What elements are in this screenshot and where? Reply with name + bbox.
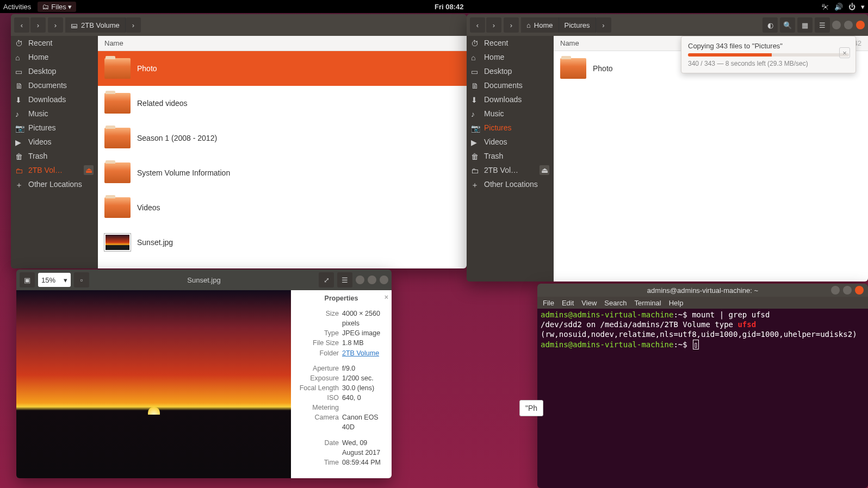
minimize-button[interactable] [831, 286, 840, 295]
sidebar-item-label: Desktop [28, 67, 56, 76]
image-viewer-window: ▣ 15% ▾ ▫ Sunset.jpg ⤢ ☰ Properties × Si… [16, 270, 392, 478]
property-value: Wed, 09 August 2017 [342, 438, 387, 458]
path-segment-pictures[interactable]: Pictures [559, 17, 596, 33]
property-label: File Size [295, 338, 339, 348]
folder-icon [104, 93, 131, 114]
maximize-button[interactable] [843, 286, 852, 295]
file-row[interactable]: Videos [98, 190, 467, 225]
fullscreen-button[interactable]: ⤢ [319, 272, 334, 287]
sidebar-item-music[interactable]: ♪Music [11, 107, 98, 121]
sidebar-item-trash[interactable]: 🗑Trash [467, 149, 554, 163]
maximize-button[interactable] [844, 21, 853, 29]
close-icon[interactable]: × [839, 47, 850, 58]
property-value[interactable]: 2TB Volume [342, 348, 387, 358]
path-home-label: Home [534, 21, 553, 29]
home-icon: ⌂ [526, 21, 531, 29]
sidebar-item-other-locations[interactable]: ＋Other Locations [467, 177, 554, 191]
sidebar-item-documents[interactable]: 🗎Documents [11, 78, 98, 92]
sidebar-item-2tb-vol-[interactable]: 🗀2TB Vol…⏏ [11, 163, 98, 177]
path-segment-volume[interactable]: 🖴 2TB Volume [65, 17, 126, 33]
chevron-down-icon[interactable]: ▾ [861, 3, 865, 11]
search-button[interactable]: 🔍 [780, 17, 795, 33]
sidebar-item-label: Recent [28, 39, 52, 47]
minimize-button[interactable] [356, 276, 364, 284]
file-row[interactable]: Photo [98, 51, 467, 86]
forward-button[interactable]: › [30, 17, 46, 33]
sidebar-item-recent[interactable]: ⏱Recent [467, 36, 554, 50]
close-button[interactable] [380, 276, 388, 284]
close-icon[interactable]: × [385, 293, 388, 301]
view-toggle-button[interactable]: ▦ [797, 17, 813, 33]
sidebar-item-downloads[interactable]: ⬇Downloads [467, 92, 554, 107]
column-name-label: Name [104, 39, 123, 47]
sidebar-item-recent[interactable]: ⏱Recent [11, 36, 98, 50]
file-row[interactable]: Sunset.jpg [98, 225, 467, 260]
zoom-selector[interactable]: 15% ▾ [38, 273, 71, 287]
menu-file[interactable]: File [543, 299, 554, 307]
close-button[interactable] [855, 286, 864, 295]
image-canvas[interactable] [16, 290, 291, 478]
trash-icon: 🗑 [471, 152, 479, 160]
dark-toggle-button[interactable]: ◐ [762, 17, 778, 33]
pictures-icon: 📷 [15, 124, 23, 132]
back-button[interactable]: ‹ [14, 17, 29, 33]
menu-view[interactable]: View [581, 299, 597, 307]
sidebar-item-videos[interactable]: ▶Videos [11, 135, 98, 149]
column-header[interactable]: Name [98, 36, 467, 51]
terminal-line: admins@admins-virtual-machine:~$ mount |… [541, 310, 865, 320]
path-chevron[interactable]: › [48, 17, 63, 33]
sidebar-item-label: Downloads [484, 95, 522, 104]
menu-help[interactable]: Help [669, 299, 684, 307]
activities-button[interactable]: Activities [3, 3, 31, 11]
path-chevron[interactable]: › [596, 17, 611, 33]
zoom-out-button[interactable]: ▫ [74, 272, 89, 287]
properties-title: Properties [325, 295, 358, 302]
network-icon[interactable]: ⏧ [822, 3, 829, 11]
eject-icon[interactable]: ⏏ [84, 165, 94, 175]
sidebar-item-downloads[interactable]: ⬇Downloads [11, 92, 98, 107]
menu-edit[interactable]: Edit [562, 299, 574, 307]
sidebar-item-other-locations[interactable]: ＋Other Locations [11, 177, 98, 191]
fit-button[interactable]: ▣ [20, 272, 35, 287]
minimize-button[interactable] [832, 21, 841, 29]
sidebar-item-trash[interactable]: 🗑Trash [11, 149, 98, 163]
sidebar-item-label: Downloads [28, 95, 66, 104]
eject-icon[interactable]: ⏏ [540, 165, 549, 175]
maximize-button[interactable] [368, 276, 376, 284]
forward-button[interactable]: › [486, 17, 501, 33]
path-chevron[interactable]: › [126, 17, 141, 33]
path-segment-home[interactable]: ⌂ Home [521, 17, 559, 33]
file-row[interactable]: Related videos [98, 86, 467, 121]
sidebar-item-documents[interactable]: 🗎Documents [467, 78, 554, 92]
power-icon[interactable]: ⏻ [848, 3, 855, 11]
clock[interactable]: Fri 08:42 [76, 3, 822, 11]
terminal-title: admins@admins-virtual-machine: ~ [647, 286, 758, 295]
chevron-down-icon: ▾ [64, 276, 67, 284]
property-row: DateWed, 09 August 2017 [295, 438, 387, 458]
file-row[interactable]: Season 1 (2008 - 2012) [98, 121, 467, 155]
terminal-body[interactable]: admins@admins-virtual-machine:~$ mount |… [537, 309, 868, 351]
back-button[interactable]: ‹ [470, 17, 485, 33]
2tb-vol--icon: 🗀 [471, 166, 479, 174]
sidebar-item-label: Desktop [484, 67, 512, 76]
sidebar-item-home[interactable]: ⌂Home [11, 50, 98, 64]
close-button[interactable] [856, 21, 865, 29]
sidebar-item-pictures[interactable]: 📷Pictures [467, 121, 554, 135]
menu-search[interactable]: Search [604, 299, 627, 307]
volume-icon[interactable]: 🔊 [834, 3, 843, 11]
path-chevron[interactable]: › [504, 17, 519, 33]
sidebar-item-videos[interactable]: ▶Videos [467, 135, 554, 149]
sidebar-item-desktop[interactable]: ▭Desktop [467, 64, 554, 78]
app-menu[interactable]: 🗂 Files ▾ [38, 2, 76, 12]
menu-terminal[interactable]: Terminal [635, 299, 661, 307]
file-row[interactable]: System Volume Information [98, 155, 467, 190]
sidebar-item-2tb-vol-[interactable]: 🗀2TB Vol…⏏ [467, 163, 554, 177]
sidebar-item-label: Documents [484, 81, 523, 90]
sidebar-item-music[interactable]: ♪Music [467, 107, 554, 121]
sidebar-item-pictures[interactable]: 📷Pictures [11, 121, 98, 135]
menu-button[interactable]: ☰ [815, 17, 830, 33]
property-value: 4000 × 2560 pixels [342, 309, 387, 328]
menu-button[interactable]: ☰ [337, 272, 352, 287]
sidebar-item-home[interactable]: ⌂Home [467, 50, 554, 64]
sidebar-item-desktop[interactable]: ▭Desktop [11, 64, 98, 78]
